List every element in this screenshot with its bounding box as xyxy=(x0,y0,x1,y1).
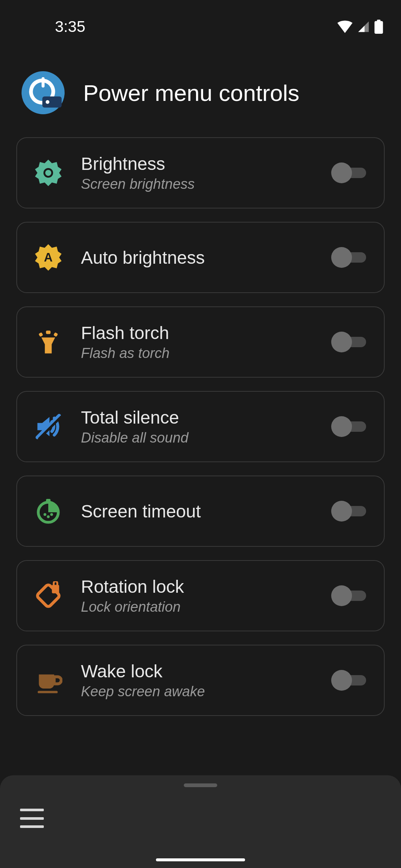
svg-text:A: A xyxy=(44,251,52,264)
row-text: Screen timeout xyxy=(81,501,316,522)
svg-rect-1 xyxy=(377,20,381,22)
battery-icon xyxy=(374,20,383,34)
status-time: 3:35 xyxy=(55,18,85,36)
svg-rect-22 xyxy=(52,585,59,594)
row-text: Rotation lock Lock orientation xyxy=(81,576,316,615)
timer-icon xyxy=(30,493,66,529)
svg-point-8 xyxy=(45,170,51,176)
svg-rect-11 xyxy=(46,331,50,334)
menu-button[interactable] xyxy=(20,809,44,828)
svg-point-17 xyxy=(43,513,46,516)
hamburger-icon xyxy=(20,809,44,811)
row-brightness[interactable]: Brightness Screen brightness xyxy=(16,137,385,208)
row-text: Flash torch Flash as torch xyxy=(81,323,316,361)
flash-torch-icon xyxy=(30,324,66,360)
row-title: Rotation lock xyxy=(81,576,316,597)
coffee-icon xyxy=(30,662,66,698)
svg-rect-13 xyxy=(53,332,58,337)
svg-rect-12 xyxy=(39,332,43,337)
toggle-screen-timeout[interactable] xyxy=(331,501,371,522)
toggle-auto-brightness[interactable] xyxy=(331,247,371,268)
svg-rect-0 xyxy=(375,21,383,34)
row-flash-torch[interactable]: Flash torch Flash as torch xyxy=(16,306,385,378)
svg-rect-23 xyxy=(38,691,58,693)
brightness-icon xyxy=(30,155,66,191)
svg-point-18 xyxy=(47,515,50,518)
nav-gesture-bar[interactable] xyxy=(156,858,245,861)
svg-rect-4 xyxy=(42,96,62,108)
row-wake-lock[interactable]: Wake lock Keep screen awake xyxy=(16,645,385,716)
row-subtitle: Disable all sound xyxy=(81,430,316,446)
row-text: Total silence Disable all sound xyxy=(81,407,316,446)
row-title: Auto brightness xyxy=(81,247,316,268)
svg-point-5 xyxy=(46,100,49,104)
rotation-lock-icon xyxy=(30,578,66,614)
svg-rect-20 xyxy=(46,499,50,502)
row-title: Screen timeout xyxy=(81,501,316,522)
cell-signal-icon xyxy=(356,20,371,33)
app-icon xyxy=(21,70,65,115)
row-title: Flash torch xyxy=(81,323,316,343)
row-rotation-lock[interactable]: Rotation lock Lock orientation xyxy=(16,560,385,631)
status-icons xyxy=(337,20,383,34)
row-text: Wake lock Keep screen awake xyxy=(81,661,316,700)
svg-point-19 xyxy=(50,513,53,516)
toggle-total-silence[interactable] xyxy=(331,416,371,437)
page-header: Power menu controls xyxy=(0,45,401,137)
mute-icon xyxy=(30,409,66,444)
row-title: Brightness xyxy=(81,154,316,174)
page-title: Power menu controls xyxy=(83,80,299,106)
wifi-icon xyxy=(337,20,353,33)
row-text: Brightness Screen brightness xyxy=(81,154,316,192)
toggle-wake-lock[interactable] xyxy=(331,670,371,691)
auto-brightness-icon: A xyxy=(30,240,66,275)
row-subtitle: Lock orientation xyxy=(81,599,316,615)
status-bar: 3:35 xyxy=(0,0,401,45)
row-total-silence[interactable]: Total silence Disable all sound xyxy=(16,391,385,462)
row-subtitle: Flash as torch xyxy=(81,345,316,361)
row-screen-timeout[interactable]: Screen timeout xyxy=(16,476,385,547)
drag-handle[interactable] xyxy=(184,783,217,787)
row-title: Wake lock xyxy=(81,661,316,681)
row-title: Total silence xyxy=(81,407,316,428)
toggle-flash-torch[interactable] xyxy=(331,332,371,352)
row-subtitle: Screen brightness xyxy=(81,176,316,192)
svg-rect-3 xyxy=(42,77,45,88)
row-subtitle: Keep screen awake xyxy=(81,684,316,700)
row-text: Auto brightness xyxy=(81,247,316,268)
toggle-brightness[interactable] xyxy=(331,162,371,183)
bottom-sheet xyxy=(0,775,401,868)
row-auto-brightness[interactable]: A Auto brightness xyxy=(16,222,385,293)
controls-list: Brightness Screen brightness A Auto brig… xyxy=(0,137,401,716)
toggle-rotation-lock[interactable] xyxy=(331,585,371,606)
